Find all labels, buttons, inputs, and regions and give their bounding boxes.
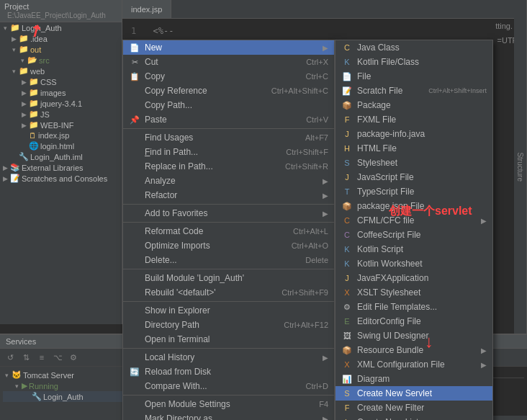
tree-item-login-html[interactable]: ▶ 🌐 login.html [0,140,122,151]
menu-label-history: Local History [145,352,320,362]
submenu-resource-bundle[interactable]: 📦 Resource Bundle ▶ [335,343,492,357]
submenu-kotlin-script[interactable]: K Kotlin Script [335,242,492,256]
menu-item-refactor[interactable]: Refactor ▶ [123,188,334,202]
submenu-create-servlet[interactable]: S Create New Servlet [335,386,492,401]
tree-item-images[interactable]: ▶ 📁 images [0,87,122,98]
submenu-java-class[interactable]: C Java Class [335,40,492,55]
menu-item-copy-path[interactable]: Copy Path... [123,98,334,112]
submenu-create-filter[interactable]: F Create New Filter [335,401,492,415]
submenu-package-info[interactable]: J package-info.java [335,127,492,141]
submenu-fxml[interactable]: F FXML File [335,112,492,127]
menu-item-copy[interactable]: 📋 Copy Ctrl+C [123,69,334,84]
menu-item-reload[interactable]: 🔄 Reload from Disk [123,365,334,379]
menu-item-cut[interactable]: ✂ Cut Ctrl+X [123,55,334,69]
submenu-kotlin-file[interactable]: K Kotlin File/Class [335,55,492,69]
submenu-xml-config[interactable]: X XML Configuration File ▶ [335,357,492,372]
project-header: Project E:\JavaEE_Project\Login_Auth [0,0,122,22]
menu-item-paste[interactable]: 📌 Paste Ctrl+V [123,112,334,127]
toolbar-btn-group[interactable]: ≡ [35,350,49,365]
submenu-kotlin-worksheet[interactable]: K Kotlin Worksheet [335,256,492,271]
cut-shortcut: Ctrl+X [306,58,328,66]
tree-item-iml[interactable]: ▶ 🔧 Login_Auth.iml [0,151,122,162]
copy-ref-shortcut: Ctrl+Alt+Shift+C [271,86,328,95]
menu-item-dir-path[interactable]: Directory Path Ctrl+Alt+F12 [123,318,334,332]
tree-item-ext-libraries[interactable]: ▶ 📚 External Libraries [0,162,122,173]
menu-item-show-explorer[interactable]: Show in Explorer [123,303,334,318]
tree-label: Login_Auth.iml [30,153,83,161]
submenu-coffeescript[interactable]: C CoffeeScript File [335,228,492,242]
submenu-create-listener[interactable]: L Create New Listener [335,415,492,420]
submenu-html[interactable]: H HTML File [335,141,492,156]
submenu-diagram[interactable]: 📊 Diagram [335,372,492,386]
folder-icon: 📁 [19,66,29,76]
menu-item-open-terminal[interactable]: Open in Terminal [123,332,334,347]
structure-label: Structure [516,152,524,182]
submenu-ts-file[interactable]: T TypeScript File [335,184,492,199]
submenu-editorconfig[interactable]: E EditorConfig File [335,314,492,329]
submenu-edit-templates[interactable]: ⚙ Edit File Templates... [335,300,492,314]
menu-item-build-module[interactable]: Build Module 'Login_Auth' [123,271,334,285]
folder-icon: 📁 [29,88,39,97]
tree-label: images [40,89,66,97]
fxml-icon: F [341,115,353,124]
menu-item-module-settings[interactable]: Open Module Settings F4 [123,397,334,411]
submenu-js-file[interactable]: J JavaScript File [335,170,492,184]
tree-item-login-auth[interactable]: ▾ 📁 Login_Auth [0,22,122,33]
tree-item-jquery[interactable]: ▶ 📁 jquery-3.4.1 [0,98,122,109]
menu-item-replace-in-path[interactable]: Replace in Path... Ctrl+Shift+R [123,159,334,174]
submenu-swing-designer[interactable]: 🖼 Swing UI Designer [335,329,492,343]
submenu-file[interactable]: 📄 File [335,69,492,84]
submenu-scratch-file[interactable]: 📝 Scratch File Ctrl+Alt+Shift+Insert [335,84,492,98]
editor-tab-index-jsp[interactable]: index.jsp [122,0,171,18]
rebuild-shortcut: Ctrl+Shift+F9 [281,288,328,297]
menu-label-favorites: Add to Favorites [145,208,320,218]
folder-icon: 📁 [29,77,39,86]
tree-item-out[interactable]: ▾ 📁 out [0,44,122,55]
src-icon: 📂 [27,55,37,65]
tree-item-src[interactable]: ▾ 📂 src [0,55,122,66]
menu-item-reformat[interactable]: Reformat Code Ctrl+Alt+L [123,224,334,238]
toolbar-btn-sort[interactable]: ⇅ [19,350,33,365]
submenu-label: JavaScript File [357,172,487,182]
submenu-label: CFML/CFC file [357,215,481,225]
tree-item-index-jsp[interactable]: ▶ 🗒 index.jsp [0,130,122,140]
tree-item-scratches[interactable]: ▶ 📝 Scratches and Consoles [0,173,122,184]
submenu-stylesheet[interactable]: S Stylesheet [335,156,492,170]
menu-item-find-usages[interactable]: Find Usages Alt+F7 [123,130,334,145]
submenu-package[interactable]: 📦 Package [335,98,492,112]
menu-item-new[interactable]: 📄 New ▶ [123,40,334,55]
menu-item-copy-reference[interactable]: Copy Reference Ctrl+Alt+Shift+C [123,84,334,98]
expand-arrow: ▶ [1,175,9,182]
menu-item-delete[interactable]: Delete... Delete [123,253,334,267]
tree-item-js[interactable]: ▶ 📁 JS [0,109,122,120]
menu-label-cut: Cut [145,57,299,67]
tree-label: jquery-3.4.1 [40,99,82,108]
menu-item-compare[interactable]: Compare With... Ctrl+D [123,379,334,393]
submenu-label: package-info.java [357,129,487,139]
tree-label: .idea [30,35,48,43]
menu-item-local-history[interactable]: Local History ▶ [123,350,334,365]
menu-item-find-in-path[interactable]: Find in Path... Ctrl+Shift+F [123,145,334,159]
expand-arrow: ▶ [20,89,27,97]
submenu-cfml[interactable]: C CFML/CFC file ▶ [335,213,492,228]
tree-item-webinf[interactable]: ▶ 📁 WEB-INF [0,120,122,130]
toolbar-btn-refresh[interactable]: ↺ [3,350,17,365]
menu-item-rebuild[interactable]: Rebuild '<default>' Ctrl+Shift+F9 [123,285,334,300]
menu-label-find-usages: Find Usages [145,133,298,143]
toolbar-btn-settings[interactable]: ⚙ [66,350,81,365]
menu-label-copy-ref: Copy Reference [145,86,264,96]
submenu-xslt[interactable]: X XSLT Stylesheet [335,285,492,300]
tree-item-web[interactable]: ▾ 📁 web [0,66,122,76]
submenu-javafx[interactable]: J JavaFXApplication [335,271,492,285]
submenu-label: Package [357,100,487,110]
submenu-pkg-json[interactable]: 📦 package.json File [335,199,492,213]
toolbar-btn-filter[interactable]: ⌥ [50,350,65,365]
menu-item-optimize[interactable]: Optimize Imports Ctrl+Alt+O [123,238,334,253]
menu-item-analyze[interactable]: Analyze ▶ [123,174,334,188]
tree-item-idea[interactable]: ▶ 📁 .idea [0,33,122,44]
menu-item-add-favorites[interactable]: Add to Favorites ▶ [123,206,334,220]
menu-label-build: Build Module 'Login_Auth' [145,273,328,283]
menu-item-mark-dir[interactable]: Mark Directory as ▶ [123,411,334,420]
submenu-label: CoffeeScript File [357,230,487,240]
tree-item-css[interactable]: ▶ 📁 CSS [0,76,122,87]
